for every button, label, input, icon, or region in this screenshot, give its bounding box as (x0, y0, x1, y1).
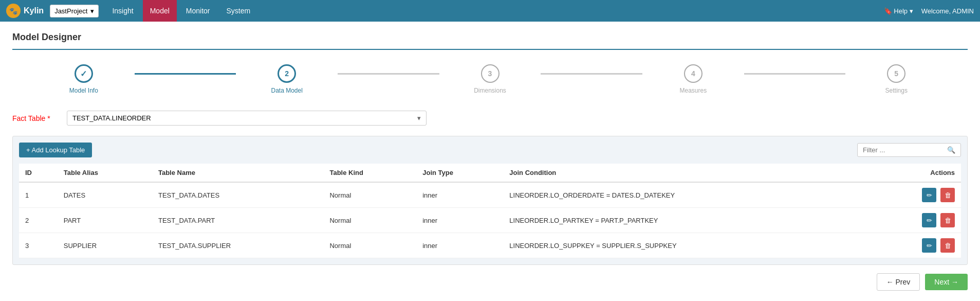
table-row: 3 SUPPLIER TEST_DATA.SUPPLIER Normal inn… (19, 233, 961, 258)
next-button[interactable]: Next → (925, 274, 968, 290)
cell-join-type: inner (416, 182, 503, 208)
cell-join-condition: LINEORDER.LO_PARTKEY = PART.P_PARTKEY (503, 208, 866, 233)
cell-id: 1 (19, 182, 58, 208)
required-marker: * (47, 114, 50, 122)
nav-right: 🔖 Help ▾ Welcome, ADMIN (884, 7, 974, 15)
step-4-circle: 4 (684, 64, 702, 83)
page-content: Model Designer ✓ Model Info 2 Data Model… (0, 22, 980, 301)
nav-item-monitor[interactable]: Monitor (179, 0, 217, 22)
cell-kind: Normal (323, 208, 416, 233)
add-lookup-table-button[interactable]: + Add Lookup Table (19, 143, 92, 157)
step-2-data-model: 2 Data Model (236, 64, 338, 94)
nav-item-insight[interactable]: Insight (105, 0, 140, 22)
connector-4-5 (744, 73, 846, 75)
col-kind: Table Kind (323, 164, 416, 182)
help-label: Help (894, 7, 908, 15)
step-5-settings: 5 Settings (845, 64, 947, 94)
bottom-bar: ← Prev Next → (12, 265, 968, 293)
cell-kind: Normal (323, 182, 416, 208)
edit-button-row-3[interactable]: ✏ (922, 238, 936, 253)
step-5-label: Settings (885, 87, 908, 94)
prev-button[interactable]: ← Prev (877, 273, 920, 291)
cell-id: 3 (19, 233, 58, 258)
col-alias: Table Alias (58, 164, 152, 182)
step-1-circle: ✓ (75, 64, 93, 83)
table-toolbar: + Add Lookup Table 🔍 (19, 143, 961, 157)
step-1-model-info: ✓ Model Info (33, 64, 135, 94)
search-icon: 🔍 (947, 146, 955, 154)
table-row: 1 DATES TEST_DATA.DATES Normal inner LIN… (19, 182, 961, 208)
cell-alias: SUPPLIER (58, 233, 152, 258)
welcome-label: Welcome, ADMIN (921, 7, 974, 15)
step-5-circle: 5 (887, 64, 905, 83)
lookup-table-section: + Add Lookup Table 🔍 ID Table Alias Tabl… (12, 136, 968, 265)
cell-actions: ✏ 🗑 (866, 233, 961, 258)
check-icon: ✓ (80, 69, 87, 79)
cell-join-condition: LINEORDER.LO_ORDERDATE = DATES.D_DATEKEY (503, 182, 866, 208)
step-2-circle: 2 (278, 64, 296, 83)
step-3-circle: 3 (481, 64, 500, 83)
project-selector[interactable]: JastProject ▾ (50, 5, 99, 17)
lookup-table: ID Table Alias Table Name Table Kind Joi… (19, 164, 961, 258)
page-title: Model Designer (12, 32, 968, 50)
brand-logo: 🐾 Kylin (6, 4, 44, 18)
step-4-label: Measures (680, 87, 707, 94)
chevron-down-icon: ▾ (90, 7, 94, 15)
col-name: Table Name (152, 164, 324, 182)
cell-actions: ✏ 🗑 (866, 182, 961, 208)
table-header: ID Table Alias Table Name Table Kind Joi… (19, 164, 961, 182)
edit-button-row-1[interactable]: ✏ (922, 188, 936, 202)
connector-3-4 (541, 73, 642, 75)
cell-alias: DATES (58, 182, 152, 208)
col-join-type: Join Type (416, 164, 503, 182)
brand-icon: 🐾 (6, 4, 21, 18)
select-arrow-icon: ▾ (417, 114, 421, 122)
col-actions: Actions (866, 164, 961, 182)
cell-name: TEST_DATA.PART (152, 208, 324, 233)
cell-join-condition: LINEORDER.LO_SUPPKEY = SUPPLIER.S_SUPPKE… (503, 233, 866, 258)
filter-input[interactable] (863, 146, 945, 154)
cell-join-type: inner (416, 208, 503, 233)
delete-button-row-3[interactable]: 🗑 (940, 238, 955, 253)
fact-table-select[interactable]: TEST_DATA.LINEORDER ▾ (67, 111, 427, 126)
nav-item-system[interactable]: System (219, 0, 258, 22)
delete-button-row-2[interactable]: 🗑 (940, 213, 955, 227)
top-navigation: 🐾 Kylin JastProject ▾ Insight Model Moni… (0, 0, 980, 22)
fact-table-value: TEST_DATA.LINEORDER (72, 114, 151, 122)
step-4-number: 4 (691, 69, 695, 78)
step-2-number: 2 (285, 69, 289, 78)
cell-name: TEST_DATA.SUPPLIER (152, 233, 324, 258)
cell-alias: PART (58, 208, 152, 233)
cell-id: 2 (19, 208, 58, 233)
fact-table-label: Fact Table * (12, 114, 59, 122)
filter-input-wrapper: 🔍 (857, 143, 961, 157)
help-chevron-icon: ▾ (910, 7, 913, 15)
step-2-label: Data Model (271, 87, 302, 94)
help-menu[interactable]: 🔖 Help ▾ (884, 7, 913, 15)
stepper: ✓ Model Info 2 Data Model 3 Dimensions 4 (12, 64, 968, 94)
help-icon: 🔖 (884, 7, 892, 15)
step-3-label: Dimensions (474, 87, 506, 94)
fact-table-row: Fact Table * TEST_DATA.LINEORDER ▾ (12, 111, 968, 126)
nav-item-model[interactable]: Model (143, 0, 177, 22)
table-body: 1 DATES TEST_DATA.DATES Normal inner LIN… (19, 182, 961, 258)
cell-actions: ✏ 🗑 (866, 208, 961, 233)
step-3-number: 3 (488, 69, 492, 78)
brand-name: Kylin (24, 6, 44, 15)
cell-join-type: inner (416, 233, 503, 258)
project-name: JastProject (54, 7, 87, 15)
step-5-number: 5 (894, 69, 898, 78)
delete-button-row-1[interactable]: 🗑 (940, 188, 955, 202)
step-1-label: Model Info (69, 87, 98, 94)
cell-name: TEST_DATA.DATES (152, 182, 324, 208)
step-4-measures: 4 Measures (642, 64, 744, 94)
table-row: 2 PART TEST_DATA.PART Normal inner LINEO… (19, 208, 961, 233)
connector-2-3 (338, 73, 439, 75)
step-3-dimensions: 3 Dimensions (439, 64, 541, 94)
edit-button-row-2[interactable]: ✏ (922, 213, 936, 227)
col-id: ID (19, 164, 58, 182)
col-join-condition: Join Condition (503, 164, 866, 182)
cell-kind: Normal (323, 233, 416, 258)
connector-1-2 (135, 73, 236, 75)
